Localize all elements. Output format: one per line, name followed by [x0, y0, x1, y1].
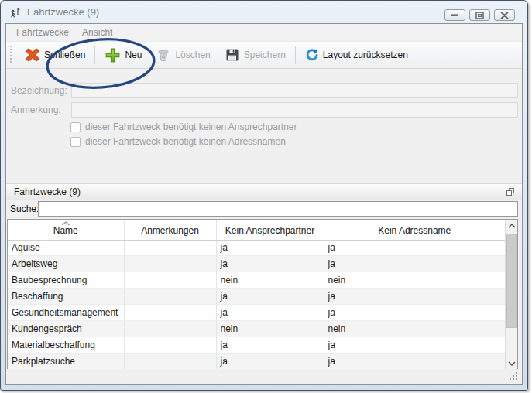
status-bar: [6, 369, 522, 384]
minimize-icon: [451, 12, 459, 19]
cell-kein-ansprechpartner[interactable]: ja: [216, 240, 324, 256]
column-header-name[interactable]: Name: [8, 220, 124, 240]
search-row: Suche:: [6, 201, 522, 217]
neu-button[interactable]: Neu: [98, 44, 149, 67]
table-row[interactable]: Aquise ja ja: [8, 240, 505, 256]
fahrtzwecke-table: Name Anmerkungen Kein Ansprechpartner Ke…: [7, 219, 518, 371]
scroll-down-button[interactable]: [506, 357, 517, 370]
trash-icon: [156, 47, 171, 63]
table-row[interactable]: Arbeitsweg ja ja: [8, 256, 505, 272]
cell-anmerkungen[interactable]: [124, 305, 216, 321]
menu-fahrtzwecke[interactable]: Fahrtzwecke: [16, 27, 69, 38]
app-window: Fahrtzwecke (9): [0, 0, 528, 391]
table-header-row: Name Anmerkungen Kein Ansprechpartner Ke…: [8, 220, 505, 240]
table-row[interactable]: Materialbeschaffung ja ja: [8, 337, 505, 354]
cell-name[interactable]: Kundengespräch: [8, 321, 124, 337]
bezeichnung-label: Bezeichnung:: [11, 83, 67, 98]
search-input[interactable]: [38, 201, 518, 217]
cell-anmerkungen[interactable]: [124, 256, 216, 272]
reset-arrows-icon: [305, 48, 319, 62]
layout-zuruecksetzen-button[interactable]: Layout zurücksetzen: [298, 45, 415, 65]
cell-name[interactable]: Materialbeschaffung: [8, 337, 124, 354]
cell-kein-ansprechpartner[interactable]: ja: [216, 289, 324, 305]
sort-asc-icon: [61, 221, 70, 226]
kein-ansprechpartner-checkbox: [70, 122, 81, 132]
resize-grip-icon[interactable]: [510, 372, 511, 374]
bezeichnung-input: [71, 83, 518, 98]
close-button[interactable]: [494, 9, 515, 21]
checkbox-label: dieser Fahrtzweck benötigt keinen Anspre…: [85, 121, 297, 132]
toolbar-grip[interactable]: [10, 46, 12, 64]
cell-anmerkungen[interactable]: [124, 354, 216, 370]
maximize-button[interactable]: [469, 9, 490, 21]
cell-name[interactable]: Arbeitsweg: [8, 256, 124, 272]
cell-anmerkungen[interactable]: [124, 321, 216, 337]
window-title: Fahrtzwecke (9): [27, 6, 99, 18]
cell-name[interactable]: Aquise: [8, 240, 124, 256]
anmerkung-input: [71, 102, 518, 118]
scroll-up-button[interactable]: [506, 220, 517, 232]
cell-anmerkungen[interactable]: [124, 289, 216, 305]
scroll-up-icon: [508, 224, 516, 228]
cell-kein-ansprechpartner[interactable]: nein: [216, 321, 324, 337]
search-label: Suche:: [10, 201, 39, 217]
client-area: Fahrtzwecke Ansicht Schließen: [5, 23, 523, 385]
cell-name[interactable]: Parkplatzsuche: [8, 354, 124, 370]
panel-header: Fahrtzwecke (9): [6, 183, 522, 200]
signpost-icon: [9, 6, 22, 19]
checkbox-label: dieser Fahrtzweck benötigt keinen Adress…: [85, 136, 286, 147]
cell-name[interactable]: Beschaffung: [8, 289, 124, 305]
floppy-disk-icon: [225, 47, 240, 63]
cell-kein-adressname[interactable]: nein: [324, 321, 505, 337]
table-row[interactable]: Kundengespräch nein nein: [8, 321, 505, 337]
cell-anmerkungen[interactable]: [124, 337, 216, 354]
titlebar: Fahrtzwecke (9): [1, 1, 527, 23]
window-controls: [444, 9, 515, 21]
cell-kein-ansprechpartner[interactable]: ja: [216, 354, 324, 370]
cell-kein-adressname[interactable]: ja: [324, 256, 505, 272]
scrollbar-thumb[interactable]: [506, 234, 517, 328]
cell-kein-adressname[interactable]: ja: [324, 240, 505, 256]
cell-kein-ansprechpartner[interactable]: ja: [216, 305, 324, 321]
kein-adressname-checkbox: [70, 137, 81, 147]
schliessen-button[interactable]: Schließen: [18, 44, 92, 66]
cell-kein-adressname[interactable]: ja: [324, 337, 505, 354]
column-header-kein-adressname[interactable]: Kein Adressname: [324, 220, 505, 240]
loeschen-button: Löschen: [149, 44, 217, 66]
table-row[interactable]: Beschaffung ja ja: [8, 289, 505, 305]
cell-kein-adressname[interactable]: ja: [324, 289, 505, 305]
column-header-kein-ansprechpartner[interactable]: Kein Ansprechpartner: [216, 220, 324, 240]
table-row[interactable]: Gesundheitsmanagement ja ja: [8, 305, 505, 321]
plus-icon: [105, 47, 121, 63]
cell-name[interactable]: Baubesprechnung: [8, 272, 124, 289]
cell-anmerkungen[interactable]: [124, 272, 216, 289]
cell-kein-ansprechpartner[interactable]: nein: [216, 272, 324, 289]
table-row[interactable]: Parkplatzsuche ja ja: [8, 354, 505, 370]
cell-kein-ansprechpartner[interactable]: ja: [216, 337, 324, 354]
cell-kein-adressname[interactable]: nein: [324, 272, 505, 289]
vertical-scrollbar[interactable]: [505, 220, 517, 370]
kein-ansprechpartner-checkbox-row: dieser Fahrtzweck benötigt keinen Anspre…: [70, 121, 297, 132]
table-row[interactable]: Baubesprechnung nein nein: [8, 272, 505, 289]
bezeichnung-row: Bezeichnung:: [6, 83, 522, 98]
toolbar-separator: [94, 46, 95, 64]
anmerkung-label: Anmerkung:: [11, 102, 61, 118]
column-header-anmerkungen[interactable]: Anmerkungen: [124, 220, 216, 240]
minimize-button[interactable]: [444, 9, 465, 21]
kein-adressname-checkbox-row: dieser Fahrtzweck benötigt keinen Adress…: [70, 136, 286, 147]
scroll-down-icon: [508, 361, 516, 366]
toolbar-separator: [295, 46, 296, 64]
cell-name[interactable]: Gesundheitsmanagement: [8, 305, 124, 321]
maximize-icon: [475, 12, 484, 19]
float-panel-icon: [506, 187, 515, 196]
anmerkung-row: Anmerkung:: [6, 102, 522, 118]
panel-title: Fahrtzwecke (9): [14, 186, 505, 197]
cell-kein-adressname[interactable]: ja: [324, 305, 505, 321]
float-panel-button[interactable]: [505, 186, 516, 197]
cell-kein-ansprechpartner[interactable]: ja: [216, 256, 324, 272]
menu-ansicht[interactable]: Ansicht: [82, 27, 112, 38]
cell-kein-adressname[interactable]: ja: [324, 354, 505, 370]
speichern-button: Speichern: [218, 44, 293, 66]
menu-bar: Fahrtzwecke Ansicht: [6, 24, 522, 41]
cell-anmerkungen[interactable]: [124, 240, 216, 256]
